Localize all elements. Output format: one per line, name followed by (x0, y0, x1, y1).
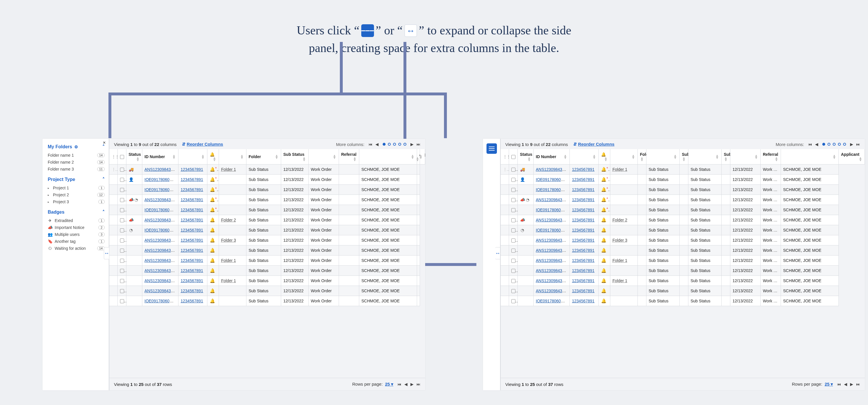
id-number-link[interactable]: ANS123098432 (536, 289, 566, 293)
bell-icon[interactable]: 🔔 (601, 238, 607, 243)
eye-icon[interactable]: 👁 (566, 248, 569, 252)
sidebar-item[interactable]: ▸Project 31 (48, 198, 105, 205)
sort-icon[interactable]: ▲▼ (593, 155, 596, 159)
bell-icon[interactable]: 🔔 (210, 268, 215, 273)
rows-per-page[interactable]: Rows per page: 25 ▾ (792, 381, 833, 387)
bell-icon[interactable]: 🔔 (210, 217, 215, 223)
bell-icon[interactable]: 🔔 (601, 258, 607, 263)
sort-icon[interactable]: ▲▼ (674, 155, 677, 159)
sort-icon[interactable]: ▲▼ (755, 155, 758, 159)
bell-icon[interactable]: 🔔+ (601, 197, 608, 202)
sort-icon[interactable]: ▲▼ (682, 157, 686, 161)
sort-icon[interactable]: ▲▼ (833, 155, 836, 159)
id-number-link[interactable]: IOE091780605 (145, 187, 174, 192)
bell-icon[interactable]: 🔔 (601, 248, 607, 253)
row-checkbox[interactable] (120, 208, 124, 212)
drag-handle-icon[interactable] (112, 167, 118, 172)
row-checkbox[interactable] (120, 218, 124, 222)
id-number-link[interactable]: ANS123098432 (536, 278, 566, 283)
secondary-id-link[interactable]: 1234567891 (181, 187, 203, 192)
bell-icon[interactable]: 🔔 (601, 217, 607, 223)
sort-icon[interactable]: ▲▼ (632, 155, 635, 159)
eye-icon[interactable]: 👁 (175, 198, 178, 202)
id-number-link[interactable]: IOE091780605 (536, 299, 565, 303)
column-header[interactable]: Sub Status▲▼ (679, 149, 688, 165)
bell-header-icon[interactable]: 🔔 (601, 152, 606, 157)
secondary-id-link[interactable]: 1234567891 (181, 248, 203, 252)
bell-icon[interactable]: 🔔+ (210, 197, 217, 202)
collapse-toggle[interactable]: ↔ (104, 247, 109, 259)
folder-link[interactable]: Folder 2 (613, 218, 627, 222)
bell-icon[interactable]: 🔔 (210, 288, 215, 294)
row-checkbox[interactable] (512, 289, 516, 293)
id-number-link[interactable]: IOE091780605 (536, 177, 565, 182)
id-number-link[interactable]: IOE091780605 (145, 299, 174, 303)
bell-icon[interactable]: 🔔 (601, 268, 607, 273)
sort-icon[interactable]: ▲▼ (136, 157, 140, 161)
row-checkbox[interactable] (512, 218, 516, 222)
bell-icon[interactable]: 🔔+ (601, 167, 608, 172)
bell-icon[interactable]: 🔔+ (601, 177, 608, 182)
column-header[interactable]: Referral▲▼ (339, 149, 359, 165)
id-number-link[interactable]: ANS123098432 (536, 238, 566, 242)
sort-icon[interactable]: ▲▼ (173, 155, 176, 159)
secondary-id-link[interactable]: 1234567891 (181, 258, 203, 263)
row-checkbox[interactable] (512, 178, 516, 182)
sort-icon[interactable]: ▲▼ (564, 155, 567, 159)
id-number-link[interactable]: ANS123098432 (145, 278, 175, 283)
row-checkbox[interactable] (120, 269, 124, 273)
expand-sidebar-button[interactable] (487, 143, 497, 154)
id-number-link[interactable]: IOE091780605 (145, 228, 174, 232)
column-header[interactable]: ▲▼ (178, 149, 207, 165)
id-number-link[interactable]: ANS123098432 (145, 248, 175, 252)
column-header[interactable]: Applicant▲▼ (838, 149, 865, 165)
columns-pager-next[interactable]: ▶⏭ (850, 142, 860, 146)
eye-icon[interactable]: 👁 (174, 177, 177, 182)
folder-link[interactable]: Folder 3 (221, 238, 236, 242)
folder-link[interactable]: Folder 1 (613, 167, 627, 172)
column-header[interactable]: Folder▲▼ (638, 149, 646, 165)
id-number-link[interactable]: IOE091780605 (536, 228, 565, 232)
secondary-id-link[interactable]: 1234567891 (572, 238, 595, 242)
columns-pager-next[interactable]: ▶⏭ (410, 142, 421, 146)
id-number-link[interactable]: IOE091780605 (145, 177, 174, 182)
column-header[interactable]: ▲▼ (359, 149, 417, 165)
eye-icon[interactable]: 👁 (566, 289, 569, 293)
row-checkbox[interactable] (120, 259, 124, 263)
secondary-id-link[interactable]: 1234567891 (572, 197, 595, 202)
secondary-id-link[interactable]: 1234567891 (572, 258, 595, 263)
eye-icon[interactable]: 👁 (565, 177, 569, 182)
rows-pager[interactable]: ⏮◀▶⏭ (397, 382, 421, 386)
sidebar-item[interactable]: Folder name 114 (48, 152, 105, 159)
id-number-link[interactable]: IOE091780605 (145, 208, 174, 212)
column-header[interactable]: Sub Status▲▼ (281, 149, 308, 165)
row-checkbox[interactable] (120, 228, 124, 232)
bell-icon[interactable]: 🔔+ (601, 187, 608, 192)
row-checkbox[interactable] (512, 279, 516, 283)
id-number-link[interactable]: ANS123098432 (536, 258, 566, 263)
secondary-id-link[interactable]: 1234567891 (181, 268, 203, 273)
column-header[interactable]: 🔔▲▼ (207, 149, 219, 165)
sidebar-section-header[interactable]: My Folders⚙˄ (48, 144, 105, 149)
id-number-link[interactable]: ANS123098432 (145, 167, 175, 172)
sort-icon[interactable]: ▲▼ (640, 157, 644, 161)
reorder-columns-link[interactable]: Reorder Columns (182, 142, 223, 147)
sidebar-item[interactable]: ⏲Waiting for action14 (48, 245, 105, 252)
sort-icon[interactable]: ▲▼ (353, 157, 356, 161)
column-header[interactable]: ▲▼ (219, 149, 246, 165)
column-page-dots[interactable] (822, 143, 846, 146)
gear-icon[interactable]: ⚙ (74, 144, 78, 149)
eye-icon[interactable]: 👁 (175, 238, 178, 242)
select-all-checkbox[interactable] (118, 149, 126, 165)
row-checkbox[interactable] (512, 248, 516, 252)
eye-icon[interactable]: 👁 (175, 248, 178, 252)
secondary-id-link[interactable]: 1234567891 (181, 177, 203, 182)
row-checkbox[interactable] (120, 238, 124, 242)
id-number-link[interactable]: ANS123098432 (145, 258, 175, 263)
folder-link[interactable]: Folder 2 (221, 218, 236, 222)
eye-icon[interactable]: 👁 (566, 198, 569, 202)
row-checkbox[interactable] (120, 178, 124, 182)
secondary-id-link[interactable]: 1234567891 (181, 167, 203, 172)
bell-icon[interactable]: 🔔 (601, 228, 607, 233)
row-checkbox[interactable] (512, 198, 516, 202)
